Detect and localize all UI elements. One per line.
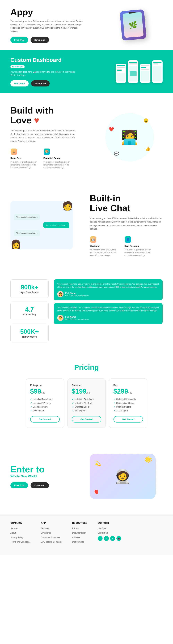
footer-link-showcase-anchor[interactable]: Customer Showcase: [41, 536, 60, 539]
cta-decoration-3: 💫: [95, 461, 101, 466]
stats-section: 900k+ App Downloads 4.7 Star Rating 500K…: [0, 269, 173, 353]
footer-support-links: Live Chat Contact Us: [98, 527, 121, 534]
pricing-enterprise: Enterprise $99/mo ✓Unlimited Downloads ✓…: [26, 378, 64, 428]
feature-chatbots: 🤖 Chatbots Your content goes here. Edit …: [90, 236, 117, 257]
beautiful-design-icon-wrap: 🎨: [43, 148, 50, 155]
cta-decoration-1: 🌟: [144, 456, 152, 463]
build-title-line1: Build with: [11, 105, 53, 116]
footer-link-showcase: Customer Showcase: [41, 536, 62, 539]
footer-link-privacy: Privacy Policy: [11, 536, 31, 539]
check-icon: ✓: [113, 406, 115, 408]
standard-feature-4: ✓24/7 support: [72, 410, 101, 412]
cta-download-button[interactable]: Download: [31, 482, 49, 488]
feature-desc-beautiful-design: Your content goes here. Edit or remove t…: [43, 160, 71, 169]
chat-bubble-left-2: Your content goes here...: [14, 230, 40, 236]
build-description: Your content goes here. Edit or remove t…: [11, 129, 76, 143]
feature-desc-runs-fast: Your content goes here. Edit or remove t…: [11, 160, 38, 169]
enterprise-tier: Enterprise: [30, 384, 60, 387]
footer-link-design: Design Case: [72, 540, 87, 543]
hero-description: Your content goes here. Edit or remove t…: [11, 20, 83, 33]
check-icon: ✓: [72, 406, 74, 408]
footer-link-services-anchor[interactable]: Services: [11, 527, 18, 530]
footer-link-privacy-anchor[interactable]: Privacy Policy: [11, 536, 24, 539]
footer-link-terms-anchor[interactable]: Terms and Conditions: [11, 541, 31, 543]
footer-link-livedemo-anchor[interactable]: Live Demo: [41, 532, 51, 534]
real-persons-icon: 👤: [125, 236, 131, 243]
chat-bubble-right-1: Your content goes here...: [43, 222, 69, 228]
footer-link-livechat-anchor[interactable]: Live Chat: [98, 527, 107, 530]
pro-feature-2: ✓Unlimited API Keys: [113, 402, 143, 404]
footer-link-features: Features: [41, 527, 62, 530]
check-icon: ✓: [113, 410, 115, 412]
twitter-icon[interactable]: t: [104, 536, 109, 541]
feature-title-runs-fast: Runs Fast: [11, 157, 21, 160]
footer: COMPANY Services About Privacy Policy Te…: [0, 514, 173, 555]
livechat-right: Built-in Live Chat Your content goes her…: [90, 194, 162, 257]
hero-download-button[interactable]: Download: [31, 37, 49, 43]
emoji-3: 👍: [145, 146, 150, 151]
cta-left: Enter to Whole New World Free Trial Down…: [11, 464, 49, 488]
dashboard-download-button[interactable]: Download: [31, 80, 50, 86]
hero-free-trial-button[interactable]: Free Trial: [11, 37, 28, 43]
stat-downloads: 900k+ App Downloads: [11, 279, 49, 298]
dashboard-phones: [116, 60, 162, 83]
footer-link-pricing-anchor[interactable]: Pricing: [72, 527, 79, 530]
testimonial-2-info: Full Name Web Designer, website.com: [65, 316, 89, 320]
footer-link-services: Services: [11, 527, 31, 530]
stat-downloads-number: 900k+: [14, 284, 45, 291]
footer-link-docs-anchor[interactable]: Documentation: [72, 532, 86, 534]
testimonial-2-author: 👨 Full Name Web Designer, website.com: [57, 315, 159, 321]
footer-support-title: SUPPORT: [98, 522, 121, 524]
stat-users: 500K+ Happy Users: [11, 324, 49, 342]
stat-users-label: Happy Users: [14, 335, 45, 338]
stat-downloads-label: App Downloads: [14, 291, 45, 294]
standard-get-started[interactable]: Get Started: [72, 416, 101, 422]
build-illustration: 🧑‍💻 😊 ❤️ 👍 💬: [97, 111, 162, 163]
cta-free-trial-button[interactable]: Free Trial: [11, 482, 28, 488]
footer-link-about-anchor[interactable]: About: [11, 532, 16, 534]
pro-get-started[interactable]: Get Started: [113, 416, 143, 422]
livechat-title-line1: Built-in: [90, 193, 121, 203]
check-icon: ✓: [30, 402, 32, 404]
linkedin-icon[interactable]: in: [110, 536, 115, 541]
standard-tier: Standard: [72, 384, 101, 387]
build-section: Build with Love ♥ Your content goes here…: [0, 94, 173, 181]
dashboard-left: Custom Dashboard Made for you Your conte…: [11, 57, 76, 86]
standard-features: ✓Unlimited Downloads ✓Unlimited API Keys…: [72, 398, 101, 412]
footer-link-why-anchor[interactable]: Why people are happy: [41, 541, 62, 543]
testimonial-1-role: Web Designer, website.com: [65, 294, 89, 296]
emoji-4: 💬: [114, 152, 119, 156]
hero-phone-mockup: 🌿: [120, 9, 146, 41]
dashboard-buttons: Get Demo Download: [11, 80, 76, 86]
enterprise-feature-2: ✓Unlimited API Keys: [30, 402, 60, 404]
pricing-title: Pricing: [11, 363, 162, 372]
footer-col-app: APP Features Live Demo Customer Showcase…: [41, 522, 62, 545]
build-features: 🏃 Runs Fast Your content goes here. Edit…: [11, 148, 76, 169]
illustration-circle: 🧑‍💻 😊 ❤️ 👍 💬: [105, 113, 154, 162]
footer-company-title: COMPANY: [11, 522, 31, 524]
enterprise-get-started[interactable]: Get Started: [30, 416, 60, 422]
footer-link-design-anchor[interactable]: Design Case: [72, 541, 84, 543]
testimonials-column: Your content goes here. Edit or remove t…: [54, 279, 162, 342]
footer-link-features-anchor[interactable]: Features: [41, 527, 49, 530]
livechat-section: Your content goes here... Your content g…: [0, 181, 173, 269]
facebook-icon[interactable]: f: [98, 536, 103, 541]
chat-bubble-left-1: Your content goes here...: [14, 214, 40, 220]
footer-link-affiliates-anchor[interactable]: Affiliates: [72, 536, 80, 539]
check-icon: ✓: [30, 398, 32, 400]
footer-col-support: SUPPORT Live Chat Contact Us f t in 📷: [98, 522, 121, 545]
instagram-icon[interactable]: 📷: [116, 536, 121, 541]
livechat-title-line2: Live Chat: [90, 203, 130, 213]
hero-section: Appy Your content goes here. Edit or rem…: [0, 0, 173, 50]
dashboard-demo-button[interactable]: Get Demo: [11, 80, 29, 86]
phone-screen: 🌿: [122, 12, 144, 38]
footer-columns: COMPANY Services About Privacy Policy Te…: [11, 522, 162, 545]
footer-app-links: Features Live Demo Customer Showcase Why…: [41, 527, 62, 543]
chat-person-right-icon: 🧑: [62, 201, 73, 211]
real-persons-icon-wrap: 👤: [124, 236, 131, 243]
footer-link-contact-anchor[interactable]: Contact Us: [98, 532, 108, 534]
enterprise-feature-4: ✓24/7 support: [30, 410, 60, 412]
stat-rating-number: 4.7: [14, 306, 45, 313]
pricing-cards: Enterprise $99/mo ✓Unlimited Downloads ✓…: [11, 378, 162, 428]
dashboard-phone-2: [128, 60, 138, 83]
